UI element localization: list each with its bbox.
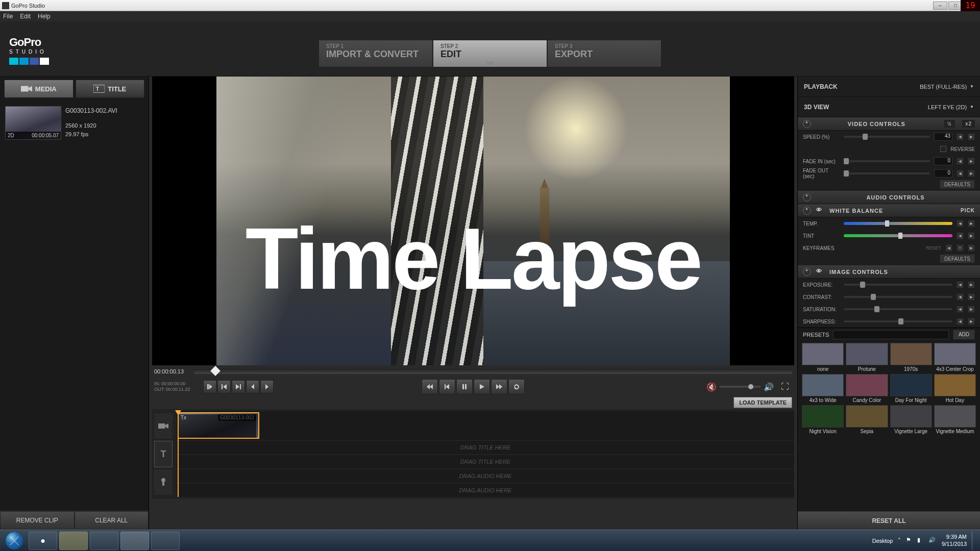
mark-in-button[interactable] (203, 380, 216, 393)
volume-slider[interactable] (720, 386, 761, 388)
video-controls-header[interactable]: ˄ VIDEO CONTROLS ½ x2 (798, 117, 980, 131)
tint-slider[interactable] (844, 234, 952, 237)
wb-defaults-button[interactable]: DEFAULTS (940, 254, 975, 263)
tray-chevron-icon[interactable]: ˄ (898, 537, 901, 544)
menu-edit[interactable]: Edit (20, 13, 31, 20)
audio-track-1[interactable]: DRAG AUDIO HERE (177, 469, 794, 483)
playhead-marker[interactable] (210, 366, 220, 376)
preset-name-input[interactable] (833, 330, 949, 339)
playback-quality-row[interactable]: PLAYBACK BEST (FULL-RES) (798, 77, 980, 97)
preset-candy-color[interactable]: Candy Color (846, 374, 888, 403)
timeline: T G0030113-002 Tx DRAG TITLE HERE DRAG T… (152, 409, 794, 499)
trim-right-button[interactable] (260, 380, 274, 393)
reverse-checkbox[interactable] (940, 146, 946, 152)
pause-button[interactable] (456, 379, 473, 394)
taskbar-gopro[interactable] (120, 532, 149, 550)
preset-4x3-to-wide[interactable]: 4x3 to Wide (802, 374, 844, 403)
add-keyframe-button[interactable]: + (957, 244, 964, 252)
sharpness-slider[interactable] (844, 320, 952, 322)
audio-track-2[interactable]: DRAG AUDIO HERE (177, 484, 794, 497)
taskbar-app[interactable] (151, 532, 180, 550)
step-back-button[interactable] (439, 379, 455, 394)
menu-help[interactable]: Help (38, 13, 51, 20)
timeline-clip[interactable]: G0030113-002 Tx (178, 412, 259, 439)
timeline-cursor[interactable] (178, 411, 179, 497)
show-desktop-label[interactable]: Desktop (872, 538, 893, 544)
load-template-button[interactable]: LOAD TEMPLATE (733, 397, 792, 408)
collapse-icon[interactable]: ˅ (803, 193, 811, 202)
pick-button[interactable]: PICK (961, 208, 975, 213)
fullscreen-icon[interactable]: ⛶ (781, 382, 789, 391)
step-import[interactable]: STEP 1 IMPORT & CONVERT (318, 40, 433, 67)
speed-slider[interactable] (844, 136, 930, 138)
video-track[interactable]: G0030113-002 Tx (177, 411, 794, 440)
system-tray[interactable]: ⚑ ▮ 🔊 (906, 537, 937, 545)
title-track-1[interactable]: DRAG TITLE HERE (177, 441, 794, 454)
next-frame-button[interactable] (232, 380, 245, 393)
preset-sepia[interactable]: Sepia (846, 405, 888, 434)
image-controls-header[interactable]: ˄ 👁 IMAGE CONTROLS (798, 265, 980, 279)
preset-protune[interactable]: Protune (846, 343, 888, 372)
collapse-icon[interactable]: ˄ (803, 268, 811, 276)
reset-all-button[interactable]: RESET ALL (798, 512, 980, 530)
fadeout-slider[interactable] (844, 172, 930, 174)
network-icon[interactable]: ▮ (917, 537, 925, 545)
preset-night-vision[interactable]: Night Vision (802, 405, 844, 434)
preset-4x3-center-crop[interactable]: 4x3 Center Crop (934, 343, 976, 372)
step-export[interactable]: STEP 3 EXPORT (547, 40, 662, 67)
menu-file[interactable]: File (3, 13, 13, 20)
taskbar-notes[interactable] (59, 532, 88, 550)
flag-icon[interactable]: ⚑ (906, 537, 914, 545)
preset-none[interactable]: none (802, 343, 844, 372)
fadein-slider[interactable] (844, 160, 930, 162)
mute-icon[interactable]: 🔇 (706, 382, 717, 392)
eye-icon[interactable]: 👁 (816, 268, 824, 276)
3d-view-row[interactable]: 3D VIEW LEFT EYE (2D) (798, 97, 980, 117)
preset-day-for-night[interactable]: Day For Night (890, 374, 932, 403)
fast-forward-button[interactable] (491, 379, 507, 394)
taskbar-explorer[interactable] (90, 532, 118, 550)
trim-left-button[interactable] (246, 380, 259, 393)
collapse-icon[interactable]: ˄ (803, 207, 811, 215)
show-desktop-button[interactable] (972, 532, 977, 550)
speed-2x-button[interactable]: x2 (962, 120, 975, 128)
tab-media[interactable]: MEDIA (4, 80, 74, 98)
white-balance-header[interactable]: ˄ 👁 WHITE BALANCE PICK (798, 204, 980, 217)
volume-icon[interactable]: 🔊 (764, 382, 774, 392)
title-track-2[interactable]: DRAG TITLE HERE (177, 455, 794, 468)
video-defaults-button[interactable]: DEFAULTS (940, 180, 975, 189)
tab-title[interactable]: T TITLE (76, 80, 145, 98)
speed-dec[interactable]: ◄ (957, 133, 964, 140)
speed-half-button[interactable]: ½ (944, 120, 955, 128)
saturation-slider[interactable] (844, 308, 952, 310)
preset-1970s[interactable]: 1970s (890, 343, 932, 372)
remove-clip-button[interactable]: REMOVE CLIP (0, 511, 75, 530)
taskbar-chrome[interactable]: ● (29, 532, 57, 550)
prev-frame-button[interactable] (217, 380, 231, 393)
preset-vignette-medium[interactable]: Vignette Medium (934, 405, 976, 434)
audio-controls-header[interactable]: ˅ AUDIO CONTROLS (798, 191, 980, 204)
loop-button[interactable] (508, 379, 525, 394)
exposure-slider[interactable] (844, 284, 952, 286)
kf-reset[interactable]: RESET (926, 245, 941, 251)
collapse-icon[interactable]: ˄ (803, 120, 811, 128)
svg-text:T: T (96, 86, 100, 92)
play-button[interactable] (474, 379, 490, 394)
video-preview[interactable]: Time Lapse (152, 77, 794, 365)
temp-slider[interactable] (844, 222, 952, 225)
preset-add-button[interactable]: ADD (953, 330, 975, 340)
speaker-icon[interactable]: 🔊 (928, 537, 937, 545)
clock[interactable]: 9:39 AM 9/11/2013 (942, 534, 967, 547)
start-button[interactable] (2, 532, 27, 550)
speed-inc[interactable]: ► (968, 133, 975, 140)
rewind-button[interactable] (422, 379, 438, 394)
preset-hot-day[interactable]: Hot Day (934, 374, 976, 403)
minimize-button[interactable]: – (933, 2, 947, 10)
scrub-track[interactable] (194, 369, 792, 374)
preset-vignette-large[interactable]: Vignette Large (890, 405, 932, 434)
contrast-slider[interactable] (844, 296, 952, 298)
step-edit[interactable]: STEP 2 EDIT (433, 40, 547, 67)
media-clip[interactable]: 2D 00:00:05.07 G0030113-002.AVI 2560 x 1… (3, 104, 145, 142)
clear-all-button[interactable]: CLEAR ALL (75, 511, 149, 530)
eye-icon[interactable]: 👁 (816, 207, 824, 215)
